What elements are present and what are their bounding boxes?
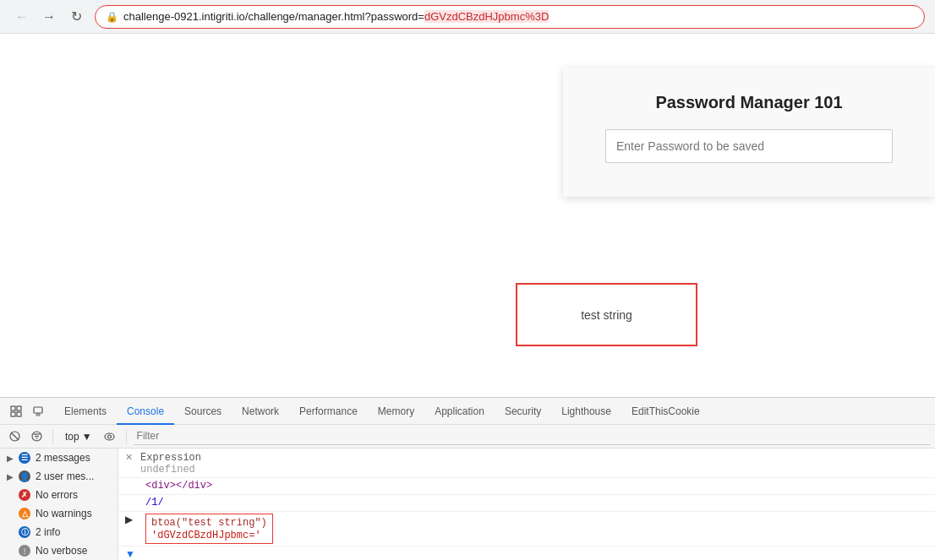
btoa-call-text: btoa("test string")	[151, 517, 267, 529]
expression-block: Expression undefined	[140, 452, 201, 476]
devtools-tabs: Elements Console Sources Network Perform…	[0, 398, 935, 425]
tab-memory[interactable]: Memory	[368, 398, 424, 425]
address-bar[interactable]: 🔒 challenge-0921.intigriti.io/challenge/…	[95, 5, 925, 29]
console-sidebar: ▶ ☰ 2 messages ▶ 👤 2 user mes... ▶ ✗ No …	[0, 449, 118, 560]
result-code-block: 'dGVzdCBzdHJpbmc='	[151, 529, 267, 541]
console-line-number: /1/	[118, 495, 935, 512]
no-verbose-label: No verbose	[36, 545, 87, 557]
svg-point-13	[108, 435, 112, 438]
inspect-element-button[interactable]	[7, 402, 25, 421]
back-button[interactable]: ←	[10, 5, 34, 29]
console-output: ✕ Expression undefined <div></div> /1/ ▶	[118, 449, 935, 560]
eye-button[interactable]	[101, 427, 119, 446]
clear-console-button[interactable]	[5, 427, 24, 446]
svg-rect-2	[11, 412, 15, 416]
no-errors-label: No errors	[36, 489, 78, 501]
toolbar-divider-1	[52, 429, 53, 444]
forward-button[interactable]: →	[37, 5, 61, 29]
messages-icon: ☰	[19, 452, 30, 464]
console-line-expression: ✕ Expression undefined	[118, 450, 935, 478]
context-label: top	[65, 431, 79, 443]
tab-console[interactable]: Console	[117, 398, 174, 425]
pm-password-input[interactable]	[605, 129, 893, 163]
svg-line-7	[11, 432, 19, 440]
reload-button[interactable]: ↻	[64, 5, 88, 29]
btoa-code-block: btoa("test string")	[151, 516, 267, 529]
sidebar-item-info[interactable]: ▶ ⓘ 2 info	[0, 523, 118, 541]
tab-network[interactable]: Network	[232, 398, 289, 425]
console-line-div: <div></div>	[118, 478, 935, 495]
user-messages-chevron: ▶	[7, 472, 14, 481]
svg-rect-3	[17, 412, 21, 416]
spacer-3: ▶	[125, 514, 140, 525]
url-prefix: challenge-0921.intigriti.io/challenge/ma…	[123, 10, 424, 23]
info-label: 2 info	[36, 526, 60, 538]
device-toggle-button[interactable]	[29, 402, 47, 421]
user-messages-icon: 👤	[19, 470, 30, 482]
svg-rect-0	[11, 406, 15, 410]
tab-sources[interactable]: Sources	[174, 398, 232, 425]
svg-rect-5	[36, 414, 40, 416]
devtools-toolbar: top ▼	[0, 425, 935, 449]
nav-buttons: ← → ↻	[10, 5, 88, 29]
tab-editthiscookie[interactable]: EditThisCookie	[621, 398, 710, 425]
no-warnings-label: No warnings	[36, 508, 92, 519]
url-text: challenge-0921.intigriti.io/challenge/ma…	[123, 10, 549, 23]
console-line-more[interactable]: ▼	[118, 546, 935, 560]
messages-chevron: ▶	[7, 454, 14, 463]
page-content: Password Manager 101 test string	[0, 34, 935, 397]
expression-label: Expression	[140, 452, 201, 464]
no-verbose-icon: ⋮	[19, 545, 30, 557]
tab-performance[interactable]: Performance	[289, 398, 368, 425]
toolbar-divider-2	[126, 429, 127, 444]
tab-security[interactable]: Security	[495, 398, 551, 425]
devtools-content: ▶ ☰ 2 messages ▶ 👤 2 user mes... ▶ ✗ No …	[0, 449, 935, 560]
devtools-panel: Elements Console Sources Network Perform…	[0, 397, 935, 560]
test-string-text: test string	[581, 308, 632, 322]
sidebar-item-no-verbose[interactable]: ▶ ⋮ No verbose	[0, 541, 118, 560]
tab-application[interactable]: Application	[424, 398, 495, 425]
context-selector[interactable]: top ▼	[60, 429, 97, 444]
console-line-btoa: ▶ btoa("test string") 'dGVzdCBzdHJpbmc='	[118, 512, 935, 546]
svg-rect-1	[17, 406, 21, 410]
no-errors-icon: ✗	[19, 489, 30, 501]
tab-lighthouse[interactable]: Lighthouse	[551, 398, 621, 425]
sidebar-item-no-errors[interactable]: ▶ ✗ No errors	[0, 486, 118, 504]
context-dropdown-icon: ▼	[82, 431, 92, 443]
messages-label: 2 messages	[36, 452, 90, 464]
undefined-text: undefined	[140, 464, 201, 476]
result-string-text: 'dGVzdCBzdHJpbmc='	[151, 530, 261, 541]
sidebar-item-messages[interactable]: ▶ ☰ 2 messages	[0, 449, 118, 467]
password-manager-card: Password Manager 101	[563, 68, 935, 197]
filter-button[interactable]	[27, 427, 46, 446]
tab-elements[interactable]: Elements	[54, 398, 117, 425]
sidebar-item-user-messages[interactable]: ▶ 👤 2 user mes...	[0, 467, 118, 486]
btoa-highlighted-box: btoa("test string") 'dGVzdCBzdHJpbmc='	[145, 514, 273, 544]
test-string-box: test string	[516, 283, 697, 346]
more-chevron-icon: ▼	[125, 548, 135, 560]
div-tag-text: <div></div>	[145, 480, 212, 492]
pm-title: Password Manager 101	[655, 93, 842, 112]
browser-toolbar: ← → ↻ 🔒 challenge-0921.intigriti.io/chal…	[0, 0, 935, 34]
lock-icon: 🔒	[106, 11, 118, 23]
console-close-icon[interactable]: ✕	[125, 452, 135, 463]
svg-point-12	[105, 433, 114, 440]
info-icon: ⓘ	[19, 526, 30, 538]
number-1-text: /1/	[145, 497, 164, 508]
user-messages-label: 2 user mes...	[36, 470, 94, 482]
svg-rect-4	[34, 407, 42, 413]
sidebar-item-no-warnings[interactable]: ▶ △ No warnings	[0, 504, 118, 523]
url-highlight: dGVzdCBzdHJpbmc%3D	[424, 10, 549, 23]
no-warnings-icon: △	[19, 508, 30, 519]
console-filter-input[interactable]	[134, 428, 930, 445]
